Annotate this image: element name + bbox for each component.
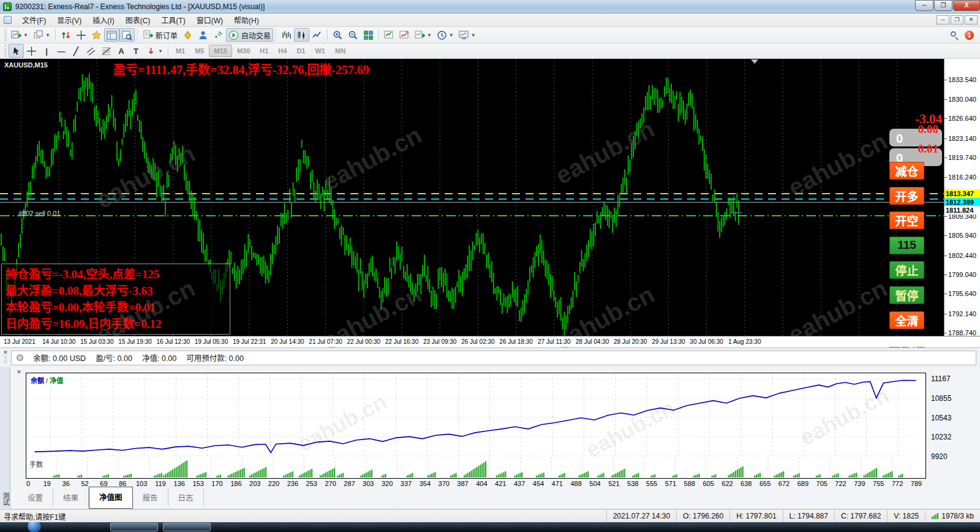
- tester-tab-1[interactable]: 结果: [53, 488, 89, 506]
- profiles-button[interactable]: ▼: [31, 28, 53, 42]
- channel-tool[interactable]: [83, 44, 99, 58]
- close-button[interactable]: X: [953, 0, 980, 11]
- menu-item-5[interactable]: 窗口(W): [191, 13, 228, 27]
- search-icon[interactable]: [950, 31, 959, 39]
- indicator-list-button[interactable]: [397, 28, 412, 42]
- menu-item-4[interactable]: 工具(T): [156, 13, 190, 27]
- vline-tool[interactable]: |: [39, 44, 54, 58]
- price-axis-label: 1833.540: [948, 76, 976, 83]
- menu-item-6[interactable]: 帮助(H): [228, 13, 265, 27]
- chart-bars-button[interactable]: [279, 28, 294, 42]
- crosshair-tool[interactable]: [24, 44, 39, 58]
- crosshair-button[interactable]: [74, 28, 89, 42]
- equity-x-label: 320: [382, 480, 393, 487]
- mdi-close-button[interactable]: ✕: [965, 15, 978, 25]
- tester-tab-0[interactable]: 设置: [18, 488, 53, 506]
- account-status-icon: [17, 354, 23, 361]
- taskbar-app-2[interactable]: [163, 523, 211, 531]
- trendline-tool[interactable]: ╱: [69, 44, 83, 58]
- timeframe-m5[interactable]: M5: [190, 45, 209, 57]
- tester-vertical-tab[interactable]: 测试: [1, 492, 10, 506]
- restore-button[interactable]: ❐: [934, 0, 952, 11]
- scripts-button[interactable]: [180, 28, 195, 42]
- accbar-close-icon[interactable]: ✕: [3, 350, 8, 355]
- menu-item-1[interactable]: 显示(V): [51, 13, 87, 27]
- tester-tab-4[interactable]: 日志: [168, 488, 204, 506]
- taskbar-app-1[interactable]: [110, 523, 158, 531]
- tile-windows-button[interactable]: [361, 28, 376, 42]
- arrows-tool[interactable]: ▼: [143, 44, 165, 58]
- chart-line-button[interactable]: [309, 28, 325, 42]
- trade-button-0[interactable]: 减仓: [889, 162, 924, 180]
- favorites-button[interactable]: [89, 28, 104, 42]
- menu-item-0[interactable]: 文件(F): [17, 13, 51, 27]
- chart-area[interactable]: XAUUSD,M15 盈亏=1111.47,手数=32.84,浮亏-32.76,…: [0, 59, 980, 336]
- equity-chart[interactable]: [26, 373, 926, 458]
- equity-x-label: 387: [457, 480, 468, 487]
- zoom-out-button[interactable]: [345, 28, 361, 42]
- periods-button[interactable]: ▼: [434, 28, 456, 42]
- new-chart-button[interactable]: ▼: [9, 28, 31, 42]
- experts-button[interactable]: [195, 28, 211, 42]
- trade-button-5[interactable]: 暂停: [889, 286, 924, 304]
- minimize-button[interactable]: ─: [915, 0, 933, 11]
- trade-button-3[interactable]: 115: [889, 237, 924, 254]
- autotrading-button[interactable]: 自动交易: [226, 28, 273, 42]
- spinbox-red-value: 0.01: [918, 142, 938, 156]
- signal-icon: [213, 30, 224, 40]
- chart-candles-button[interactable]: [294, 28, 309, 42]
- start-button[interactable]: [27, 522, 42, 532]
- standard-toolbar: ▼▼新订单自动交易▼▼▼ 1: [0, 27, 980, 44]
- time-axis-label: 1 Aug 23:30: [728, 338, 761, 345]
- tester-tab-3[interactable]: 报告: [133, 488, 168, 506]
- timeframe-m1[interactable]: M1: [171, 45, 190, 57]
- equity-x-label: 0: [26, 480, 30, 487]
- trade-button-1[interactable]: 开多: [889, 187, 924, 205]
- timeframe-m30[interactable]: M30: [232, 45, 255, 57]
- zoom-in-button[interactable]: [330, 28, 345, 42]
- equity-x-label: 287: [344, 480, 355, 487]
- signals-button[interactable]: [211, 28, 226, 42]
- cursor-tool[interactable]: [9, 44, 24, 58]
- time-axis-label: 22 Jul 16:30: [385, 338, 419, 345]
- toolbar-grip[interactable]: [4, 29, 7, 41]
- tester-close-icon[interactable]: ✕: [17, 370, 21, 375]
- timeframe-h4[interactable]: H4: [273, 45, 292, 57]
- mdi-restore-button[interactable]: ❐: [951, 15, 963, 25]
- new-order-button[interactable]: 新订单: [140, 28, 180, 42]
- menu-item-3[interactable]: 图表(C): [120, 13, 156, 27]
- timeframe-m15[interactable]: M15: [209, 45, 232, 57]
- connection-status: 1978/3 kb: [925, 510, 980, 522]
- text-tool[interactable]: A: [114, 44, 129, 58]
- strategy-tester-button[interactable]: ▼: [456, 28, 478, 42]
- timeframe-h1[interactable]: H1: [255, 45, 273, 57]
- tester-tab-2[interactable]: 净值图: [89, 487, 133, 509]
- lots-chart[interactable]: [26, 457, 926, 479]
- time-axis-label: 22 Jul 00:30: [347, 338, 381, 345]
- symbols-cycle-button[interactable]: [58, 28, 74, 42]
- data-window-button[interactable]: [119, 28, 135, 42]
- market-watch-button[interactable]: [104, 28, 119, 42]
- fibonacci-tool[interactable]: [99, 44, 114, 58]
- hline-tool[interactable]: —: [54, 44, 69, 58]
- equity-x-label: 437: [514, 480, 525, 487]
- label-tool[interactable]: T: [129, 44, 143, 58]
- mdi-minimize-button[interactable]: ─: [937, 15, 949, 25]
- menu-item-2[interactable]: 插入(I): [87, 13, 119, 27]
- price-tag-2: 1811.824: [944, 206, 980, 215]
- toolbar-grip2[interactable]: [4, 45, 7, 57]
- templates-button[interactable]: ▼: [412, 28, 434, 42]
- trade-button-2[interactable]: 开空: [889, 211, 924, 229]
- zoom-out-icon: [348, 30, 358, 40]
- timeframe-d1[interactable]: D1: [292, 45, 310, 57]
- timeframe-mn[interactable]: MN: [330, 45, 350, 57]
- trade-button-4[interactable]: 停止: [889, 261, 924, 279]
- trade-button-6[interactable]: 全清: [889, 311, 924, 329]
- accbar-grip[interactable]: [4, 357, 7, 364]
- notification-icon[interactable]: 1: [965, 31, 974, 40]
- equity-x-label: 36: [62, 480, 70, 487]
- timeframe-w1[interactable]: W1: [310, 45, 330, 57]
- indicators-button[interactable]: [382, 28, 397, 42]
- time-axis: 13 Jul 202114 Jul 10:3015 Jul 03:3015 Ju…: [0, 336, 980, 347]
- equity-y-label: 10543: [931, 414, 951, 422]
